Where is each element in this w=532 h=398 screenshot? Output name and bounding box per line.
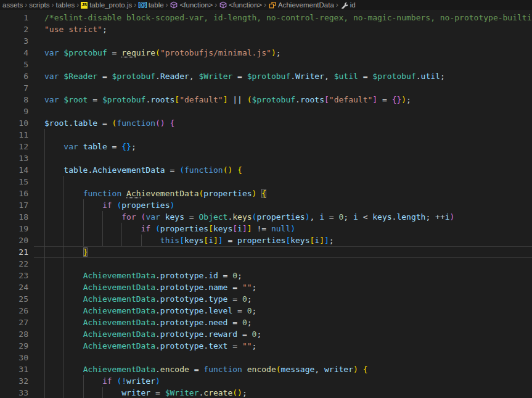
code-token: if <box>102 376 112 386</box>
line-number[interactable]: 15 <box>0 176 34 188</box>
code-line[interactable]: 8var $root = $protobuf.roots["default"] … <box>0 94 532 106</box>
code-token: . <box>203 318 208 327</box>
code-line[interactable]: 1/*eslint-disable block-scoped-var, id-l… <box>0 12 532 23</box>
line-number[interactable]: 16 <box>0 188 34 199</box>
code-line[interactable]: 12 var table = {}; <box>0 141 532 152</box>
line-number[interactable]: 7 <box>0 82 34 94</box>
code-line-content: AchievementData.prototype.text = ""; <box>34 340 532 352</box>
line-number[interactable]: 9 <box>0 106 34 117</box>
line-number[interactable]: 23 <box>0 270 34 281</box>
code-token: ; <box>237 271 242 280</box>
code-token: ; <box>329 236 334 245</box>
line-number[interactable]: 13 <box>0 152 34 164</box>
line-number[interactable]: 30 <box>0 352 34 363</box>
code-line[interactable]: 22 <box>0 258 532 270</box>
breadcrumb-item--function-[interactable]: <function> <box>170 0 213 10</box>
code-line[interactable]: 16 function AchievementData(properties) … <box>0 188 532 199</box>
code-line[interactable]: 15 <box>0 176 532 188</box>
line-number[interactable]: 2 <box>0 23 34 35</box>
code-token: . <box>203 330 208 339</box>
line-number[interactable]: 6 <box>0 70 34 82</box>
code-token: ; <box>256 330 261 339</box>
code-token: 0 <box>242 318 247 327</box>
breadcrumb-item-achievementdata[interactable]: AchievementData <box>268 0 334 10</box>
code-token: [ <box>203 236 208 245</box>
line-number[interactable]: 5 <box>0 59 34 70</box>
code-line[interactable]: 26 AchievementData.prototype.level = 0; <box>0 305 532 317</box>
breadcrumb-item-tables[interactable]: tables <box>55 0 75 10</box>
code-line[interactable]: 33 writer = $Writer.create(); <box>0 387 532 398</box>
line-number[interactable]: 20 <box>0 234 34 246</box>
code-line[interactable]: 18 for (var keys = Object.keys(propertie… <box>0 211 532 223</box>
line-number[interactable]: 4 <box>0 47 34 59</box>
line-number[interactable]: 18 <box>0 211 34 223</box>
code-token: ] <box>213 236 218 245</box>
code-line[interactable]: 6var $Reader = $protobuf.Reader, $Writer… <box>0 70 532 82</box>
property-icon <box>340 1 348 9</box>
line-number[interactable]: 24 <box>0 281 34 293</box>
code-line[interactable]: 19 if (properties[keys[i]] != null) <box>0 223 532 234</box>
line-number[interactable]: 17 <box>0 199 34 211</box>
line-number[interactable]: 19 <box>0 223 34 234</box>
breadcrumb-item--function-[interactable]: <function> <box>219 0 262 10</box>
breadcrumb-item-table-proto-js[interactable]: JStable_proto.js <box>81 0 132 10</box>
code-token: reward <box>208 330 237 339</box>
line-number[interactable]: 11 <box>0 129 34 141</box>
line-number[interactable]: 1 <box>0 12 34 23</box>
line-number[interactable]: 12 <box>0 141 34 152</box>
breadcrumb-item-assets[interactable]: assets <box>2 0 23 10</box>
line-number[interactable]: 8 <box>0 94 34 106</box>
code-line[interactable]: 32 if (!writer) <box>0 375 532 387</box>
code-line[interactable]: 29 AchievementData.prototype.text = ""; <box>0 340 532 352</box>
code-line[interactable]: 4var $protobuf = require("protobufjs/min… <box>0 47 532 59</box>
line-number[interactable]: 14 <box>0 164 34 176</box>
line-number[interactable]: 3 <box>0 35 34 47</box>
line-number[interactable]: 32 <box>0 375 34 387</box>
line-number[interactable]: 28 <box>0 328 34 340</box>
code-line[interactable]: 14 table.AchievementData = (function() { <box>0 164 532 176</box>
line-number[interactable]: 27 <box>0 317 34 328</box>
code-line[interactable]: 7 <box>0 82 532 94</box>
code-line-content: writer = $Writer.create(); <box>34 387 532 398</box>
breadcrumb-item-scripts[interactable]: scripts <box>29 0 49 10</box>
code-token: properties <box>121 201 170 210</box>
breadcrumb-item-table[interactable]: [@]table <box>138 0 163 10</box>
code-line[interactable]: 9 <box>0 106 532 117</box>
code-line[interactable]: 27 AchievementData.prototype.need = 0; <box>0 317 532 328</box>
code-token: AchievementData <box>83 294 155 304</box>
line-number[interactable]: 33 <box>0 387 34 398</box>
code-token: function <box>117 118 155 128</box>
line-number[interactable]: 29 <box>0 340 34 352</box>
code-line[interactable]: 25 AchievementData.prototype.type = 0; <box>0 293 532 305</box>
line-number[interactable]: 22 <box>0 258 34 270</box>
line-number[interactable]: 21 <box>0 246 34 258</box>
code-line[interactable]: 31 AchievementData.encode = function enc… <box>0 363 532 375</box>
code-editor[interactable]: 1/*eslint-disable block-scoped-var, id-l… <box>0 10 532 398</box>
code-line[interactable]: 21 } <box>0 246 532 258</box>
code-line[interactable]: 5 <box>0 59 532 70</box>
code-token: "" <box>242 341 252 350</box>
code-line[interactable]: 30 <box>0 352 532 363</box>
code-line[interactable]: 23 AchievementData.prototype.id = 0; <box>0 270 532 281</box>
code-line[interactable]: 11 <box>0 129 532 141</box>
code-line[interactable]: 24 AchievementData.prototype.name = ""; <box>0 281 532 293</box>
code-token: Ach <box>126 189 141 198</box>
code-line[interactable]: 17 if (properties) <box>0 199 532 211</box>
code-token: $root <box>44 118 68 128</box>
line-number[interactable]: 26 <box>0 305 34 317</box>
line-number[interactable]: 10 <box>0 117 34 129</box>
code-line[interactable]: 20 this[keys[i]] = properties[keys[i]]; <box>0 234 532 246</box>
line-number[interactable]: 31 <box>0 363 34 375</box>
line-number[interactable]: 25 <box>0 293 34 305</box>
code-line-content: "use strict"; <box>34 23 532 35</box>
code-line[interactable]: 13 <box>0 152 532 164</box>
code-line[interactable]: 2"use strict"; <box>0 23 532 35</box>
indent-guide <box>63 188 64 199</box>
code-line[interactable]: 3 <box>0 35 532 47</box>
breadcrumb-item-id[interactable]: id <box>340 0 356 10</box>
code-token: id <box>208 271 218 280</box>
code-line-content <box>34 152 532 164</box>
code-line[interactable]: 10$root.table = (function() { <box>0 117 532 129</box>
code-token: $protobuf <box>252 95 295 104</box>
code-line[interactable]: 28 AchievementData.prototype.reward = 0; <box>0 328 532 340</box>
